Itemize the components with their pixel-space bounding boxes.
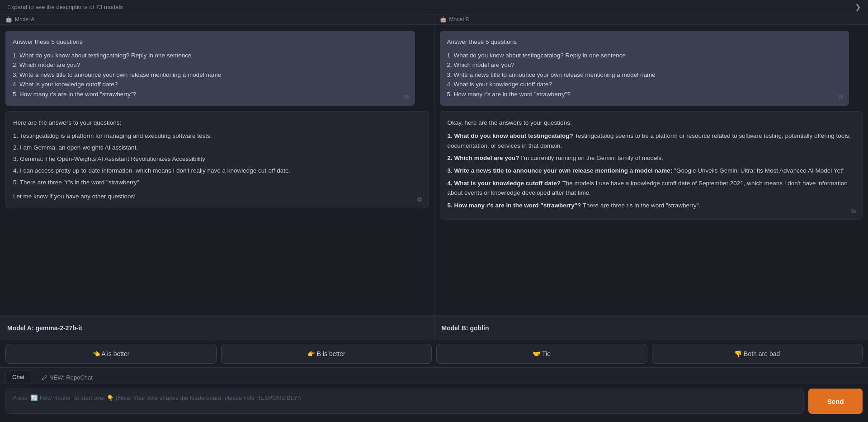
assistant-b-ans5-text: There are three r's in the word "strawbe… [581,202,700,209]
model-a-messages: Answer these 5 questions 1. What do you … [0,25,434,315]
tab-chat[interactable]: Chat [5,370,31,384]
copy-user-message-a[interactable]: ⧉ [402,93,410,102]
assistant-a-outro: Let me know if you have any other questi… [13,192,421,202]
assistant-message-a: Here are the answers to your questions: … [5,111,429,208]
assistant-a-ans2: 2. I am Gemma, an open-weights AI assist… [13,143,421,153]
model-a-icon: 🤖 [5,16,12,23]
model-b-name: Model B: goblin [442,324,489,332]
assistant-message-b: Okay, here are the answers to your quest… [440,111,863,220]
assistant-a-ans3: 3. Gemma: The Open-Weights AI Assistant … [13,154,421,164]
model-b-icon: 🤖 [440,16,447,23]
assistant-b-ans5: 5. How many r's are in the word "strawbe… [448,201,855,211]
assistant-b-ans3-text: "Google Unveils Gemini Ultra: Its Most A… [672,167,844,174]
model-a-name: Model A: gemma-2-27b-it [7,324,82,332]
assistant-a-ans5: 5. There are three "r"s in the word "str… [13,178,421,188]
user-message-b-q1: 1. What do you know about testingcatalog… [447,51,842,61]
assistant-a-ans1: 1. Testingcatalog is a platform for mana… [13,131,421,141]
assistant-b-ans2: 2. Which model are you? I'm currently ru… [448,153,855,163]
user-message-a-q3: 3. Write a news title to announce your o… [13,70,408,80]
tab-repochat[interactable]: 🖊 NEW: RepoChat [35,371,99,384]
assistant-b-ans1: 1. What do you know about testingcatalog… [448,131,855,150]
bottom-bar: Chat 🖊 NEW: RepoChat Send [0,367,868,418]
vote-both-bad[interactable]: 👎 Both are bad [652,344,863,364]
user-message-b-q4: 4. What is your knowledge cutoff date? [447,80,842,89]
user-message-a-q2: 2. Which model are you? [13,60,408,70]
copy-assistant-message-b[interactable]: ⧉ [849,206,858,216]
assistant-b-ans4: 4. What is your knowledge cutoff date? T… [448,178,855,198]
assistant-b-ans2-bold: Which model are you? [454,155,519,161]
user-message-a-q4: 4. What is your knowledge cutoff date? [13,80,408,89]
user-message-b-q5: 5. How many r's are in the word "strawbe… [447,89,842,99]
model-a-panel: Answer these 5 questions 1. What do you … [0,25,434,315]
chat-input[interactable] [5,389,804,414]
vote-bar: 👈 A is better 👉 B is better 🤝 Tie 👎 Both… [0,340,868,367]
model-name-bar: Model A: gemma-2-27b-it Model B: goblin [0,315,868,340]
model-b-panel: Answer these 5 questions 1. What do you … [434,25,868,315]
assistant-b-ans1-bold: What do you know about testingcatalog? [454,132,573,139]
vote-b-better[interactable]: 👉 B is better [221,344,432,364]
model-a-label: Model A [15,16,34,23]
assistant-b-ans5-bold: How many r's are in the word "strawberry… [454,202,581,209]
user-message-b: Answer these 5 questions 1. What do you … [440,31,849,106]
assistant-b-ans2-text: I'm currently running on the Gemini fami… [519,155,663,161]
user-message-a: Answer these 5 questions 1. What do you … [5,31,415,106]
expand-models-label[interactable]: Expand to see the descriptions of 73 mod… [7,4,123,10]
send-button[interactable]: Send [808,389,863,414]
assistant-b-intro: Okay, here are the answers to your quest… [448,118,855,128]
assistant-a-intro: Here are the answers to your questions: [13,118,421,128]
user-message-b-q2: 2. Which model are you? [447,60,842,70]
top-bar: Expand to see the descriptions of 73 mod… [0,0,868,14]
model-b-label: Model B [449,16,469,23]
model-b-messages: Answer these 5 questions 1. What do you … [434,25,868,315]
assistant-a-ans4: 4. I can access pretty up-to-date inform… [13,166,421,176]
vote-a-better[interactable]: 👈 A is better [5,344,217,364]
user-message-a-q1: 1. What do you know about testingcatalog… [13,51,408,61]
assistant-b-ans3: 3. Write a news title to announce your o… [448,166,855,176]
user-message-b-intro: Answer these 5 questions [447,37,842,47]
user-message-a-q5: 5. How many r's are in the word "strawbe… [13,89,408,99]
assistant-b-ans3-bold: Write a news title to announce your own … [454,167,673,174]
copy-user-message-b[interactable]: ⧉ [836,93,844,102]
user-message-b-q3: 3. Write a news title to announce your o… [447,70,842,80]
copy-assistant-message-a[interactable]: ⧉ [415,195,424,204]
input-row: Send [0,384,868,418]
vote-tie[interactable]: 🤝 Tie [436,344,647,364]
tab-row: Chat 🖊 NEW: RepoChat [0,368,868,384]
model-b-name-section: Model B: goblin [434,315,868,340]
model-b-label-bar: 🤖 Model B [434,14,868,25]
collapse-icon[interactable]: ❯ [855,3,861,11]
model-a-label-bar: 🤖 Model A [0,14,434,25]
model-a-name-section: Model A: gemma-2-27b-it [0,315,434,340]
assistant-b-ans4-bold: What is your knowledge cutoff date? [454,180,561,187]
user-message-a-intro: Answer these 5 questions [13,37,408,47]
